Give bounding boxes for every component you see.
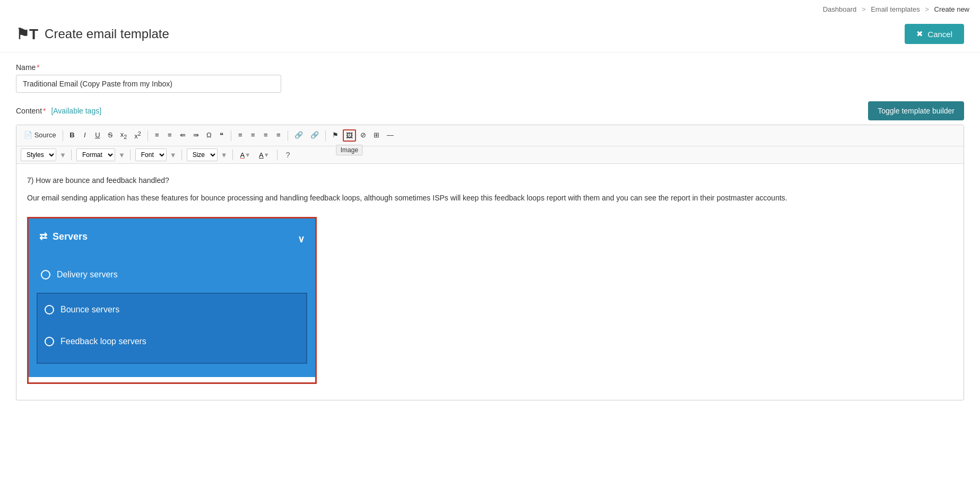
cancel-button[interactable]: ✖ Cancel bbox=[905, 24, 964, 44]
servers-menu-header: ⇄ Servers ∨ bbox=[37, 226, 307, 256]
table-button[interactable]: ⊞ bbox=[370, 129, 383, 142]
cancel-icon: ✖ bbox=[916, 29, 923, 39]
bounce-servers-item[interactable]: Bounce servers bbox=[40, 296, 303, 323]
delivery-circle-icon bbox=[41, 270, 50, 279]
toolbar-row2-sep5 bbox=[277, 150, 277, 160]
source-button[interactable]: 📄 Source bbox=[21, 129, 59, 142]
editor-toolbar-row1: 📄 Source B I U S x2 x2 ≡ ≡ ⇚ ⇛ Ω ❝ ≡ ≡ ≡… bbox=[16, 125, 964, 146]
page-title-text: Create email template bbox=[45, 27, 169, 41]
feedback-servers-item[interactable]: Feedback loop servers bbox=[40, 328, 303, 355]
toolbar-sep3 bbox=[231, 130, 231, 141]
toolbar-sep5 bbox=[325, 130, 326, 141]
content-label: Content* [Available tags] bbox=[16, 107, 101, 115]
blockquote-button[interactable]: ❝ bbox=[216, 129, 228, 142]
image-button[interactable]: 🖼 bbox=[343, 129, 356, 142]
toolbar-row2-sep3 bbox=[181, 150, 182, 160]
servers-menu: ⇄ Servers ∨ Delivery servers Bounce serv… bbox=[29, 218, 315, 377]
justify-button[interactable]: ≡ bbox=[273, 129, 284, 142]
toolbar-row2-sep1 bbox=[71, 150, 72, 160]
text-color-icon: A bbox=[240, 151, 245, 159]
toolbar-sep1 bbox=[63, 130, 63, 141]
available-tags-link[interactable]: [Available tags] bbox=[51, 107, 101, 115]
breadcrumb-dashboard[interactable]: Dashboard bbox=[823, 5, 857, 13]
text-color-button[interactable]: A ▼ bbox=[238, 150, 254, 161]
text-cursor-icon: ⚑T bbox=[16, 25, 38, 43]
size-select[interactable]: Size bbox=[187, 148, 218, 161]
bg-color-icon: A bbox=[259, 151, 264, 159]
content-label-row: Content* [Available tags] Toggle templat… bbox=[16, 101, 964, 120]
servers-title: Servers bbox=[53, 229, 88, 244]
align-left-button[interactable]: ≡ bbox=[235, 129, 246, 142]
breadcrumb-create-new: Create new bbox=[934, 5, 969, 13]
delivery-servers-item[interactable]: Delivery servers bbox=[37, 261, 307, 288]
feedback-circle-icon bbox=[45, 337, 54, 346]
toolbar-sep4 bbox=[288, 130, 288, 141]
toolbar-row2-sep4 bbox=[232, 150, 233, 160]
servers-icon: ⇄ bbox=[39, 229, 47, 244]
bold-button[interactable]: B bbox=[66, 129, 78, 142]
bounce-label: Bounce servers bbox=[60, 303, 119, 317]
strikethrough-button[interactable]: S bbox=[105, 129, 116, 142]
source-icon: 📄 bbox=[24, 131, 32, 139]
breadcrumb-sep1: > bbox=[862, 5, 866, 13]
align-right-button[interactable]: ≡ bbox=[260, 129, 272, 142]
editor-line1: 7) How are bounce and feedback handled? bbox=[27, 174, 953, 186]
editor-wrapper: 📄 Source B I U S x2 x2 ≡ ≡ ⇚ ⇛ Ω ❝ ≡ ≡ ≡… bbox=[16, 125, 964, 400]
breadcrumb-sep2: > bbox=[925, 5, 929, 13]
page-title: ⚑T Create email template bbox=[16, 25, 169, 43]
cancel-label: Cancel bbox=[927, 30, 952, 39]
name-label: Name* bbox=[16, 63, 964, 72]
ordered-list-button[interactable]: ≡ bbox=[151, 129, 163, 142]
bounce-feedback-box: Bounce servers Feedback loop servers bbox=[37, 293, 307, 363]
italic-button[interactable]: I bbox=[79, 129, 91, 142]
breadcrumb-email-templates[interactable]: Email templates bbox=[871, 5, 920, 13]
unlink-button[interactable]: 🔗 bbox=[307, 129, 322, 142]
horizontal-rule-button[interactable]: — bbox=[384, 129, 397, 142]
feedback-label: Feedback loop servers bbox=[60, 335, 146, 348]
special-chars-button[interactable]: Ω bbox=[203, 129, 215, 142]
link-button[interactable]: 🔗 bbox=[291, 129, 306, 142]
editor-toolbar-row2: Styles ▼ Format ▼ Font ▼ Size ▼ A ▼ bbox=[16, 146, 964, 164]
underline-button[interactable]: U bbox=[92, 129, 103, 142]
delivery-label: Delivery servers bbox=[57, 268, 118, 282]
format-select[interactable]: Format bbox=[76, 148, 115, 161]
image-tooltip: Image bbox=[336, 145, 362, 155]
page-header: ⚑T Create email template ✖ Cancel bbox=[0, 19, 980, 53]
help-button[interactable]: ? bbox=[282, 148, 294, 161]
bg-color-button[interactable]: A ▼ bbox=[256, 150, 272, 161]
toolbar-row2-sep2 bbox=[130, 150, 131, 160]
name-required: * bbox=[37, 63, 39, 72]
flag-button[interactable]: ⚑ bbox=[329, 129, 342, 142]
form-section: Name* Content* [Available tags] Toggle t… bbox=[0, 53, 980, 411]
name-input[interactable] bbox=[16, 75, 281, 93]
align-center-button[interactable]: ≡ bbox=[247, 129, 259, 142]
source-label: Source bbox=[34, 131, 56, 139]
subscript-button[interactable]: x2 bbox=[117, 128, 131, 143]
font-select[interactable]: Font bbox=[135, 148, 167, 161]
toggle-template-builder-button[interactable]: Toggle template builder bbox=[868, 101, 964, 120]
outdent-button[interactable]: ⇚ bbox=[177, 129, 189, 142]
styles-select[interactable]: Styles bbox=[21, 148, 56, 161]
superscript-button[interactable]: x2 bbox=[131, 128, 144, 143]
content-required: * bbox=[43, 107, 46, 115]
servers-chevron: ∨ bbox=[298, 232, 305, 247]
editor-line2: Our email sending application has these … bbox=[27, 192, 953, 204]
servers-image-container: ⇄ Servers ∨ Delivery servers Bounce serv… bbox=[27, 217, 317, 384]
servers-header-left: ⇄ Servers bbox=[39, 229, 88, 244]
breadcrumb: Dashboard > Email templates > Create new bbox=[0, 0, 980, 19]
image-button-container: 🖼 Image bbox=[343, 129, 356, 142]
clear-format-button[interactable]: ⊘ bbox=[357, 129, 369, 142]
toolbar-sep2 bbox=[148, 130, 148, 141]
unordered-list-button[interactable]: ≡ bbox=[164, 129, 176, 142]
editor-content[interactable]: 7) How are bounce and feedback handled? … bbox=[16, 164, 964, 399]
bounce-circle-icon bbox=[45, 305, 54, 314]
indent-button[interactable]: ⇛ bbox=[190, 129, 202, 142]
